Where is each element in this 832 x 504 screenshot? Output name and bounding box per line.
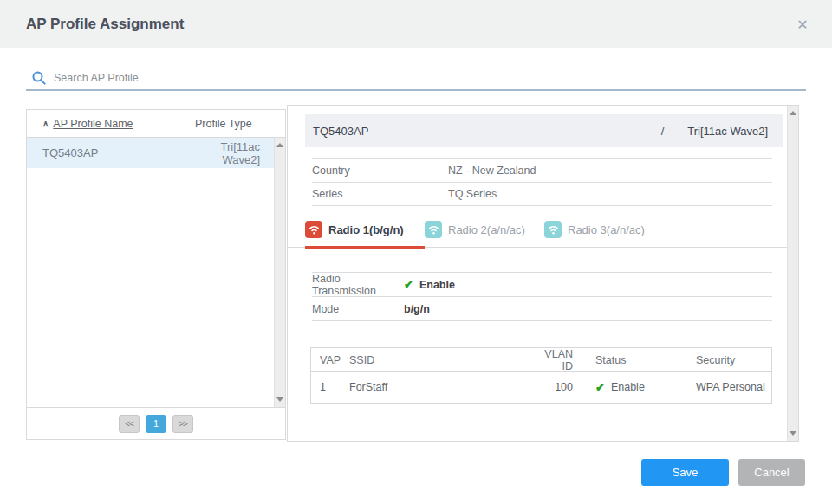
vap-cell: 1 xyxy=(311,381,349,393)
check-icon: ✔ xyxy=(595,381,605,394)
radio-transmission-row: Radio Transmission ✔ Enable xyxy=(312,273,772,297)
radio-transmission-label: Radio Transmission xyxy=(312,273,404,297)
profile-type-cell: Tri[11ac Wave2] xyxy=(184,140,274,166)
radio-tabs: Radio 1(b/g/n) Radio 2(a/n/ac) xyxy=(288,221,787,248)
series-value: TQ Series xyxy=(448,188,497,200)
dialog-header: AP Profile Assignment ✕ xyxy=(0,0,832,48)
cancel-button[interactable]: Cancel xyxy=(738,459,805,486)
profile-name-cell: TQ5403AP xyxy=(42,146,184,159)
radio-settings-rows: Radio Transmission ✔ Enable Mode b/g/n xyxy=(312,272,772,321)
detail-scrollbar[interactable] xyxy=(787,106,798,441)
radio-transmission-value: Enable xyxy=(419,279,455,291)
tab-radio-2-label: Radio 2(a/n/ac) xyxy=(448,223,525,236)
profile-row-tq5403ap[interactable]: TQ5403AP Tri[11ac Wave2] xyxy=(27,138,274,168)
tab-radio-3[interactable]: Radio 3(a/n/ac) xyxy=(544,221,664,249)
tab-radio-1[interactable]: Radio 1(b/g/n) xyxy=(305,221,425,249)
save-button[interactable]: Save xyxy=(641,459,729,486)
profile-list-scrollbar[interactable] xyxy=(274,138,285,407)
security-cell: WPA Personal xyxy=(682,381,771,393)
sort-asc-icon[interactable]: ∧ xyxy=(42,119,49,128)
wifi-icon-red xyxy=(305,221,322,238)
pagination-prev-button[interactable]: << xyxy=(119,415,140,433)
search-bar xyxy=(26,69,806,91)
column-header-ap-profile-name[interactable]: AP Profile Name xyxy=(53,118,133,130)
country-label: Country xyxy=(312,165,448,177)
scroll-down-icon[interactable] xyxy=(790,431,796,436)
vap-table: VAP SSID VLAN ID Status Security 1 ForSt… xyxy=(310,347,772,404)
tab-radio-1-label: Radio 1(b/g/n) xyxy=(328,223,404,236)
vap-table-row: 1 ForStaff 100 ✔ Enable WPA Personal xyxy=(311,372,771,403)
profile-list-body: TQ5403AP Tri[11ac Wave2] xyxy=(27,138,285,407)
security-column-header: Security xyxy=(682,354,771,366)
pagination-next-button[interactable]: >> xyxy=(172,415,193,433)
tab-radio-2[interactable]: Radio 2(a/n/ac) xyxy=(425,221,544,249)
detail-profile-name: TQ5403AP xyxy=(313,125,368,138)
profile-list-header: ∧ AP Profile Name Profile Type xyxy=(27,110,285,138)
search-icon xyxy=(31,70,47,86)
vap-column-header: VAP xyxy=(311,354,349,366)
vlan-id-column-header: VLAN ID xyxy=(542,348,573,372)
detail-separator: / xyxy=(661,125,665,138)
status-column-header: Status xyxy=(573,354,682,366)
wifi-icon-teal xyxy=(544,221,562,238)
series-label: Series xyxy=(312,188,448,200)
ap-profile-assignment-dialog: AP Profile Assignment ✕ ∧ AP Profile Nam… xyxy=(0,0,832,504)
detail-title-bar: TQ5403AP / Tri[11ac Wave2] xyxy=(305,114,783,147)
country-value: NZ - New Zealand xyxy=(448,165,536,177)
profile-detail-panel: TQ5403AP / Tri[11ac Wave2] Country NZ - … xyxy=(287,105,799,442)
scroll-up-icon[interactable] xyxy=(276,143,283,147)
dialog-title: AP Profile Assignment xyxy=(26,16,184,33)
profile-list-panel: ∧ AP Profile Name Profile Type TQ5403AP … xyxy=(26,109,286,440)
vap-table-header: VAP SSID VLAN ID Status Security xyxy=(311,348,771,372)
scroll-up-icon[interactable] xyxy=(790,111,796,115)
column-header-profile-type: Profile Type xyxy=(195,118,285,130)
mode-label: Mode xyxy=(312,303,404,315)
wifi-icon-teal xyxy=(425,221,442,238)
mode-row: Mode b/g/n xyxy=(312,297,772,321)
country-row: Country NZ - New Zealand xyxy=(312,159,772,183)
check-icon: ✔ xyxy=(404,278,413,291)
detail-info-rows: Country NZ - New Zealand Series TQ Serie… xyxy=(312,158,772,206)
status-cell: ✔ Enable xyxy=(573,381,682,394)
detail-profile-type: Tri[11ac Wave2] xyxy=(687,125,768,138)
ssid-cell: ForStaff xyxy=(349,381,542,393)
ssid-column-header: SSID xyxy=(349,354,542,366)
series-row: Series TQ Series xyxy=(312,183,772,206)
close-icon[interactable]: ✕ xyxy=(790,12,815,36)
status-text: Enable xyxy=(611,381,645,393)
tab-radio-3-label: Radio 3(a/n/ac) xyxy=(568,223,645,236)
vlan-id-cell: 100 xyxy=(542,381,573,393)
mode-value: b/g/n xyxy=(404,303,430,315)
scroll-down-icon[interactable] xyxy=(276,397,283,402)
search-input[interactable] xyxy=(54,72,806,87)
pagination-page-1-button[interactable]: 1 xyxy=(146,415,166,433)
pagination: << 1 >> xyxy=(27,407,285,439)
